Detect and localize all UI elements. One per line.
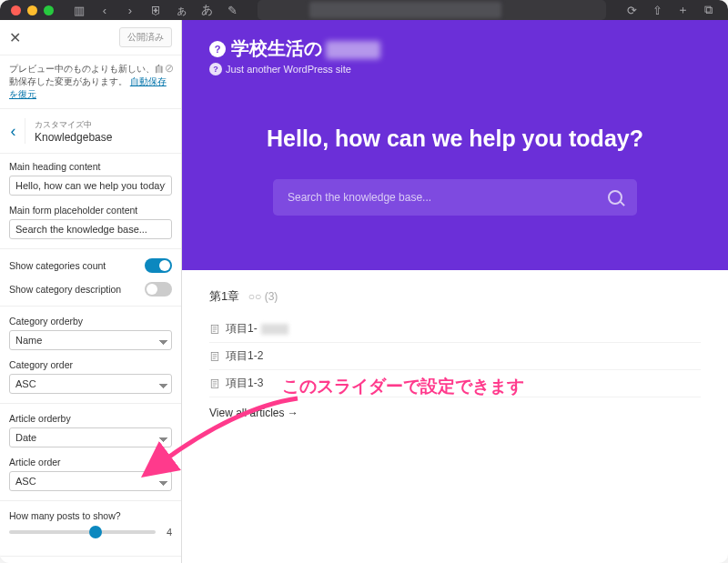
- cat-orderby-label: Category orderby: [9, 316, 172, 327]
- cat-order-select[interactable]: ASC: [9, 374, 172, 394]
- hero-heading: Hello, how can we help you today?: [209, 126, 701, 152]
- show-cat-count-toggle[interactable]: [145, 258, 172, 273]
- article-title: 項目1-2: [226, 348, 263, 364]
- address-bar[interactable]: [258, 0, 606, 20]
- close-window-button[interactable]: [11, 5, 21, 15]
- back-button[interactable]: ‹: [9, 118, 25, 144]
- show-cat-count-label: Show categories count: [9, 260, 106, 271]
- site-preview: ? 学校生活の ? Just another WordPress site He…: [182, 20, 728, 563]
- compose-icon[interactable]: ✎: [223, 4, 241, 17]
- category-title: 第1章: [209, 289, 239, 303]
- lang-indicator-2: あ: [197, 2, 216, 18]
- category-count: ○○ (3): [248, 290, 278, 303]
- lang-indicator: ぁ: [172, 2, 190, 18]
- show-cat-desc-toggle[interactable]: [145, 282, 172, 297]
- posts-count-slider[interactable]: [9, 530, 156, 534]
- window-titlebar: ▥ ‹ › ⛨ ぁ あ ✎ ⟳ ⇧ ＋ ⧉: [0, 0, 728, 20]
- kb-search-input[interactable]: Search the knowledge base...: [273, 179, 637, 216]
- art-order-label: Article order: [9, 457, 172, 467]
- show-cat-desc-label: Show category description: [9, 284, 121, 295]
- add-tab-icon[interactable]: ＋: [673, 2, 692, 18]
- main-placeholder-label: Main form placeholder content: [9, 205, 172, 216]
- blurred-text: [261, 324, 288, 335]
- posts-count-label: How many posts to show?: [9, 510, 172, 521]
- search-placeholder: Search the knowledge base...: [288, 191, 431, 204]
- article-link[interactable]: 項目1-2: [209, 343, 701, 370]
- art-order-select[interactable]: ASC: [9, 471, 172, 491]
- publish-status-button[interactable]: 公開済み: [119, 27, 172, 47]
- art-orderby-select[interactable]: Date: [9, 427, 172, 447]
- dismiss-notice-icon[interactable]: ⊘: [165, 61, 174, 76]
- reload-icon[interactable]: ⟳: [622, 4, 641, 17]
- hero-section: ? 学校生活の ? Just another WordPress site He…: [182, 20, 728, 270]
- article-title: 項目1-: [226, 321, 258, 337]
- maximize-window-button[interactable]: [44, 5, 54, 15]
- breadcrumb-context: カスタマイズ中: [35, 119, 112, 131]
- cat-orderby-select[interactable]: Name: [9, 330, 172, 350]
- close-customizer-icon[interactable]: ✕: [9, 29, 21, 46]
- customizer-sidebar: ✕ 公開済み プレビュー中のものよりも新しい、自動保存した変更があります。 自動…: [0, 20, 182, 563]
- share-icon[interactable]: ⇧: [648, 4, 666, 17]
- chevron-right-icon[interactable]: ›: [121, 4, 139, 17]
- site-title: 学校生活の: [231, 36, 380, 61]
- site-logo-icon: ?: [209, 41, 226, 57]
- tagline-icon: ?: [209, 63, 222, 75]
- tabs-icon[interactable]: ⧉: [699, 3, 717, 17]
- article-link[interactable]: 項目1-: [209, 316, 701, 343]
- shield-icon[interactable]: ⛨: [147, 4, 165, 17]
- view-all-link[interactable]: View all articles →: [209, 407, 701, 419]
- blurred-text: [326, 41, 380, 59]
- sidebar-toggle-icon[interactable]: ▥: [70, 4, 88, 17]
- art-orderby-label: Article orderby: [9, 413, 172, 424]
- main-placeholder-input[interactable]: [9, 219, 172, 239]
- article-title: 項目1-3: [226, 376, 263, 391]
- main-heading-input[interactable]: [9, 176, 172, 196]
- posts-count-value: 4: [163, 527, 172, 538]
- main-heading-label: Main heading content: [9, 161, 172, 172]
- article-link[interactable]: 項目1-3: [209, 370, 701, 397]
- cat-order-label: Category order: [9, 359, 172, 370]
- site-tagline: Just another WordPress site: [226, 64, 351, 75]
- autosave-notice: プレビュー中のものよりも新しい、自動保存した変更があります。 自動保存を復元 ⊘: [0, 55, 181, 109]
- breadcrumb-title: Knowledgebase: [35, 131, 112, 144]
- chevron-left-icon[interactable]: ‹: [96, 4, 114, 17]
- minimize-window-button[interactable]: [27, 5, 37, 15]
- search-icon: [608, 190, 622, 205]
